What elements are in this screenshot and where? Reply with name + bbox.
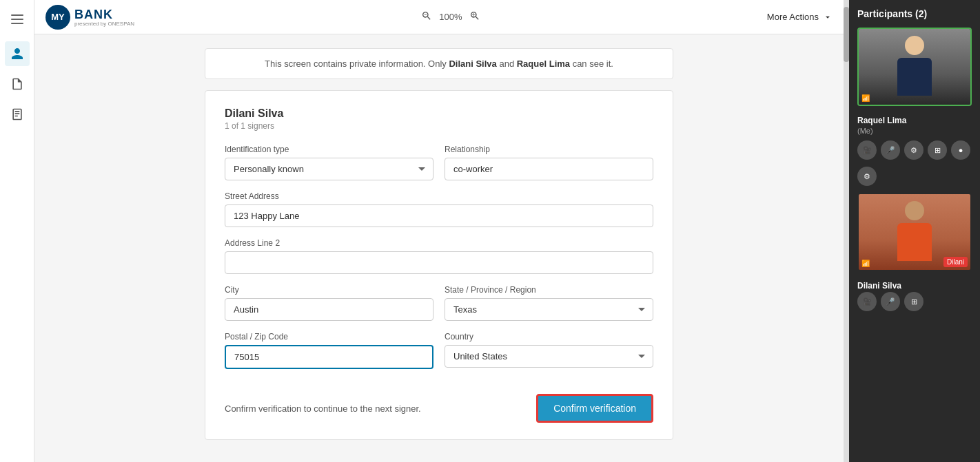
privacy-name2: Raquel Lima: [517, 59, 570, 69]
street-input[interactable]: [225, 204, 653, 227]
right-panel: Participants (2) 📶 Raquel Lima (Me) 🎥 🎤 …: [849, 0, 980, 462]
person-silhouette-dilani: [894, 201, 935, 263]
address2-group: Address Line 2: [225, 238, 653, 274]
video-dilani: 📶: [859, 194, 970, 270]
address2-input[interactable]: [225, 251, 653, 274]
video-raquel: 📶: [859, 29, 970, 105]
state-select[interactable]: Texas: [445, 298, 653, 321]
extra-btn-raquel[interactable]: ⚙: [857, 167, 877, 186]
city-group: City: [225, 285, 433, 321]
form-card: Dilani Silva 1 of 1 signers Identificati…: [205, 90, 673, 440]
hamburger-menu[interactable]: [5, 7, 30, 32]
signer-name: Dilani Silva: [225, 107, 653, 120]
controls-row2-raquel: ⚙: [857, 167, 972, 186]
zip-input[interactable]: [225, 345, 433, 369]
participant-video-dilani: 📶 Dilani: [857, 193, 972, 271]
sidebar-item-person[interactable]: [5, 41, 30, 66]
participant-video-raquel: 📶: [857, 28, 972, 106]
share-btn-raquel[interactable]: ⊞: [928, 140, 947, 160]
sidebar-item-book[interactable]: [5, 102, 30, 127]
street-label: Street Address: [225, 191, 653, 201]
confirm-verification-button[interactable]: Confirm verification: [536, 394, 653, 423]
id-type-select[interactable]: Personally known: [225, 158, 433, 180]
action-text: Confirm verification to continue to the …: [225, 403, 421, 414]
topbar: MY BANK presented by ONESPAN 100% More A…: [34, 0, 844, 34]
mic-btn-dilani[interactable]: 🎤: [881, 292, 900, 311]
privacy-text-middle: and: [497, 59, 517, 69]
more-actions-btn[interactable]: More Actions: [767, 12, 833, 22]
controls-row-dilani: 🎥 🎤 ⊞: [857, 292, 972, 311]
share-btn-dilani[interactable]: ⊞: [904, 292, 923, 311]
scroll-thumb[interactable]: [844, 7, 849, 62]
city-label: City: [225, 285, 433, 295]
relationship-group: Relationship: [445, 145, 653, 180]
main-area: MY BANK presented by ONESPAN 100% More A…: [34, 0, 844, 462]
privacy-name1: Dilani Silva: [449, 59, 496, 69]
video-btn-raquel[interactable]: 🎥: [857, 140, 877, 160]
zoom-level: 100%: [439, 12, 462, 22]
signer-count: 1 of 1 signers: [225, 121, 653, 131]
zip-label: Postal / Zip Code: [225, 332, 433, 342]
zoom-out-icon[interactable]: [421, 10, 432, 24]
country-group: Country United States: [445, 332, 653, 369]
content-area: This screen contains private information…: [34, 34, 844, 462]
id-type-label: Identification type: [225, 145, 433, 154]
participant-name-raquel: Raquel Lima: [857, 113, 972, 127]
scrollbar[interactable]: [844, 0, 849, 462]
zoom-in-icon[interactable]: [469, 10, 480, 24]
settings-btn-raquel[interactable]: ⚙: [904, 140, 923, 160]
country-select[interactable]: United States: [445, 345, 653, 368]
form-row-4: City State / Province / Region Texas: [225, 285, 653, 321]
privacy-text-before: This screen contains private information…: [265, 59, 449, 69]
id-type-group: Identification type Personally known: [225, 145, 433, 180]
city-input[interactable]: [225, 298, 433, 321]
country-label: Country: [445, 332, 653, 342]
form-row-3: Address Line 2: [225, 238, 653, 274]
privacy-text-after: can see it.: [570, 59, 613, 69]
zip-group: Postal / Zip Code: [225, 332, 433, 369]
form-row-1: Identification type Personally known Rel…: [225, 145, 653, 180]
controls-row-raquel: 🎥 🎤 ⚙ ⊞ ●: [857, 140, 972, 160]
logo-subtext: presented by ONESPAN: [74, 21, 134, 27]
sidebar: [0, 0, 34, 462]
video-btn-dilani[interactable]: 🎥: [857, 292, 877, 311]
signal-icon-raquel: 📶: [861, 94, 870, 102]
mic-btn-raquel[interactable]: 🎤: [881, 140, 900, 160]
topbar-center: 100%: [421, 10, 480, 24]
sidebar-item-document[interactable]: [5, 72, 30, 96]
logo: MY BANK presented by ONESPAN: [45, 5, 134, 30]
form-row-2: Street Address: [225, 191, 653, 227]
logo-name: BANK: [74, 8, 134, 22]
more-btn-raquel[interactable]: ●: [951, 140, 970, 160]
participant-me-label: (Me): [857, 127, 972, 135]
street-group: Street Address: [225, 191, 653, 227]
form-row-5: Postal / Zip Code Country United States: [225, 332, 653, 369]
state-label: State / Province / Region: [445, 285, 653, 295]
relationship-input[interactable]: [445, 158, 653, 180]
signal-icon-dilani: 📶: [861, 260, 870, 267]
participants-title: Participants (2): [857, 8, 972, 19]
logo-circle: MY: [45, 5, 70, 30]
address2-label: Address Line 2: [225, 238, 653, 248]
privacy-banner: This screen contains private information…: [205, 48, 673, 79]
action-bar: Confirm verification to continue to the …: [225, 380, 653, 423]
state-group: State / Province / Region Texas: [445, 285, 653, 321]
content-inner: This screen contains private information…: [205, 48, 673, 448]
person-silhouette-raquel: [894, 36, 935, 98]
relationship-label: Relationship: [445, 145, 653, 154]
participant-name-dilani: Dilani Silva: [857, 278, 972, 292]
